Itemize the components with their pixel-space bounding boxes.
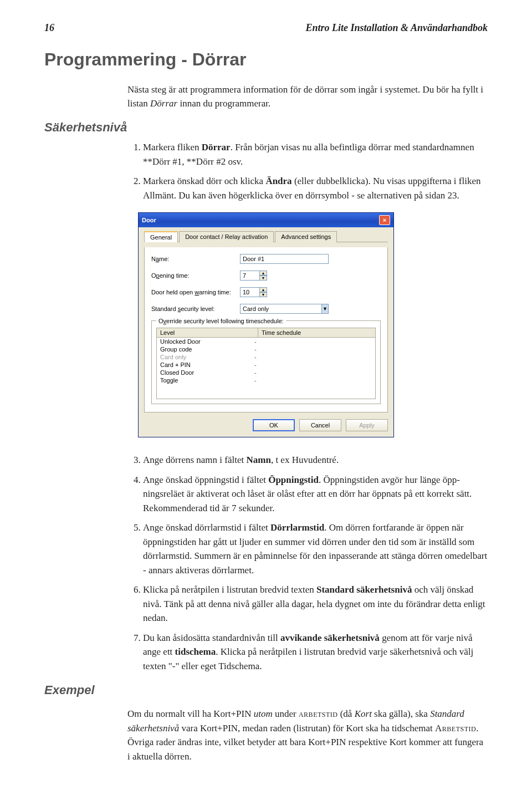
step-6: Klicka på neråtpilen i listrutan bredvid… — [143, 583, 488, 625]
opening-time-stepper[interactable]: ▲ ▼ — [240, 271, 267, 281]
tab-door-contact[interactable]: Door contact / Relay activation — [179, 231, 274, 242]
apply-button: Apply — [346, 419, 388, 431]
ok-button[interactable]: OK — [253, 419, 295, 431]
arrow-up-icon[interactable]: ▲ — [259, 287, 267, 292]
override-legend: Override security level following timesc… — [156, 318, 286, 324]
intro-paragraph: Nästa steg är att programmera informatio… — [127, 83, 488, 110]
tab-general[interactable]: General — [144, 231, 178, 242]
label-warning-time: Door held open warning time: — [151, 289, 240, 295]
arrow-down-icon[interactable]: ▼ — [259, 292, 267, 297]
tab-pane-general: Name: Opening time: ▲ ▼ — [144, 247, 388, 412]
override-list-header: Level Time schedule — [156, 328, 376, 338]
override-fieldset: Override security level following timesc… — [151, 320, 381, 404]
step-1: Markera fliken Dörrar. Från början visas… — [143, 140, 488, 169]
label-name: Name: — [151, 256, 240, 262]
arrow-down-icon[interactable]: ▼ — [259, 276, 267, 281]
security-level-combo[interactable]: ▼ — [240, 304, 329, 314]
list-item[interactable]: Card only- — [157, 353, 375, 361]
col-header-time-schedule[interactable]: Time schedule — [258, 328, 375, 337]
col-header-level[interactable]: Level — [157, 328, 258, 337]
page-number: 16 — [44, 22, 54, 34]
close-icon[interactable]: × — [379, 215, 390, 225]
step-4: Ange önskad öppningstid i fältet Öppning… — [143, 473, 488, 516]
security-level-input[interactable] — [240, 304, 322, 314]
list-item[interactable]: Closed Door- — [157, 369, 375, 376]
tab-advanced[interactable]: Advanced settings — [275, 231, 337, 242]
subheading-example: Exempel — [44, 683, 488, 697]
arrow-up-icon[interactable]: ▲ — [259, 271, 267, 276]
dialog-title: Door — [142, 217, 156, 223]
steps-list-top: Markera fliken Dörrar. Från början visas… — [127, 140, 488, 202]
label-opening-time: Opening time: — [151, 272, 240, 279]
warning-time-stepper[interactable]: ▲ ▼ — [240, 287, 267, 297]
list-item[interactable]: Toggle- — [157, 376, 375, 384]
example-paragraph: Om du normalt vill ha Kort+PIN utom unde… — [127, 707, 488, 763]
page-header: 16 Entro Lite Installation & Användarhan… — [44, 22, 488, 34]
label-security-level: Standard security level: — [151, 305, 240, 312]
list-item[interactable]: Unlocked Door- — [157, 338, 375, 345]
override-list[interactable]: Unlocked Door-Group code-Card only-Card … — [156, 338, 376, 399]
dialog-titlebar[interactable]: Door × — [139, 213, 393, 227]
step-3: Ange dörrens namn i fältet Namn, t ex Hu… — [143, 453, 488, 467]
name-field[interactable] — [240, 254, 329, 264]
list-item[interactable]: Card + PIN- — [157, 361, 375, 369]
chevron-down-icon[interactable]: ▼ — [322, 304, 329, 314]
opening-time-input[interactable] — [240, 271, 260, 281]
step-5: Ange önskad dörrlarmstid i fältet Dörrla… — [143, 521, 488, 577]
page-header-title: Entro Lite Installation & Användarhandbo… — [306, 22, 488, 34]
door-dialog: Door × General Door contact / Relay acti… — [138, 212, 394, 437]
section-heading-programming-doors: Programmering - Dörrar — [44, 49, 488, 70]
warning-time-input[interactable] — [240, 287, 260, 297]
subheading-security-level: Säkerhetsnivå — [44, 120, 488, 135]
step-2: Markera önskad dörr och klicka Ändra (el… — [143, 174, 488, 202]
step-7: Du kan åsidosätta standardnivån till avv… — [143, 631, 488, 674]
list-item[interactable]: Group code- — [157, 345, 375, 353]
steps-list-bottom: Ange dörrens namn i fältet Namn, t ex Hu… — [127, 453, 488, 673]
cancel-button[interactable]: Cancel — [299, 419, 341, 431]
